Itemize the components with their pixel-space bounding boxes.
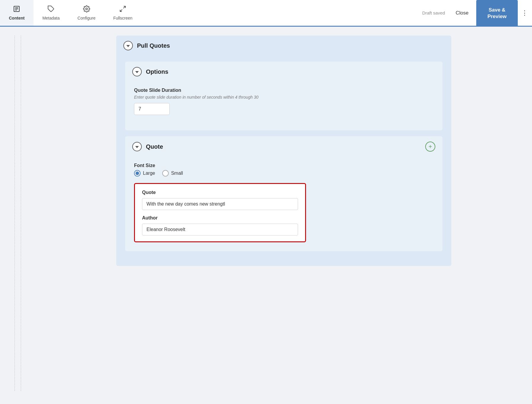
options-chevron bbox=[132, 67, 142, 76]
font-size-radio-group: Large Small bbox=[134, 170, 434, 177]
quote-slide-duration-label: Quote Slide Duration bbox=[134, 88, 434, 93]
quote-section: Quote + Font Size bbox=[125, 136, 442, 251]
quote-field-label: Quote bbox=[142, 190, 298, 195]
quote-section-header-left: Quote bbox=[132, 142, 163, 151]
toolbar: Content Metadata Configure bbox=[0, 0, 532, 27]
tab-fullscreen[interactable]: Fullscreen bbox=[104, 0, 141, 26]
quote-slide-duration-input[interactable] bbox=[134, 103, 170, 115]
tab-metadata-label: Metadata bbox=[42, 16, 60, 20]
options-section: Options Quote Slide Duration Enter quote… bbox=[125, 62, 442, 130]
quote-text-input[interactable] bbox=[142, 198, 298, 210]
main-content: Pull Quotes Options Quote Slide Duration bbox=[98, 27, 469, 391]
quote-section-body: Font Size Large Smal bbox=[125, 157, 442, 251]
options-body: Quote Slide Duration Enter quote slide d… bbox=[125, 82, 442, 130]
radio-large-outer bbox=[134, 170, 141, 177]
author-input[interactable] bbox=[142, 224, 298, 235]
add-quote-button[interactable]: + bbox=[425, 142, 435, 152]
radio-small-label: Small bbox=[171, 171, 183, 176]
tab-metadata[interactable]: Metadata bbox=[34, 0, 69, 26]
tab-configure[interactable]: Configure bbox=[69, 0, 104, 26]
radio-small[interactable]: Small bbox=[162, 170, 183, 177]
radio-large-label: Large bbox=[143, 171, 155, 176]
svg-line-6 bbox=[123, 6, 125, 8]
quote-slide-duration-hint: Enter quote slide duration in number of … bbox=[134, 95, 434, 100]
fullscreen-icon bbox=[119, 5, 126, 14]
author-field-label: Author bbox=[142, 215, 298, 221]
options-title: Options bbox=[146, 68, 168, 75]
font-size-label: Font Size bbox=[134, 163, 434, 168]
tab-content[interactable]: Content bbox=[0, 0, 34, 27]
metadata-icon bbox=[47, 5, 55, 14]
svg-point-5 bbox=[86, 8, 87, 10]
quote-card: Quote Author bbox=[134, 183, 306, 242]
tab-fullscreen-label: Fullscreen bbox=[113, 16, 133, 20]
quote-section-title: Quote bbox=[146, 143, 163, 150]
draft-status: Draft saved bbox=[422, 10, 445, 15]
sidebar-decoration bbox=[0, 27, 36, 391]
chevron-down-icon bbox=[126, 45, 130, 47]
pull-quotes-header[interactable]: Pull Quotes bbox=[116, 36, 451, 56]
options-chevron-down-icon bbox=[135, 71, 139, 73]
font-size-group: Font Size Large Smal bbox=[134, 163, 434, 177]
svg-line-7 bbox=[120, 9, 122, 12]
toolbar-right: Draft saved Close bbox=[422, 0, 476, 26]
radio-small-outer bbox=[162, 170, 169, 177]
pull-quotes-body: Options Quote Slide Duration Enter quote… bbox=[116, 56, 451, 266]
close-button[interactable]: Close bbox=[451, 8, 473, 18]
save-preview-button[interactable]: Save &Preview bbox=[476, 0, 518, 27]
quote-slide-duration-group: Quote Slide Duration Enter quote slide d… bbox=[134, 88, 434, 115]
configure-icon bbox=[83, 5, 90, 14]
content-icon bbox=[13, 5, 20, 14]
options-header[interactable]: Options bbox=[125, 62, 442, 82]
tab-content-label: Content bbox=[9, 16, 25, 20]
pull-quotes-title: Pull Quotes bbox=[137, 42, 170, 49]
quote-section-chevron bbox=[132, 142, 142, 151]
tab-configure-label: Configure bbox=[77, 16, 95, 20]
save-preview-label: Save &Preview bbox=[488, 7, 506, 19]
pull-quotes-chevron bbox=[123, 41, 133, 50]
quote-section-header[interactable]: Quote + bbox=[125, 136, 442, 157]
radio-large[interactable]: Large bbox=[134, 170, 155, 177]
pull-quotes-section: Pull Quotes Options Quote Slide Duration bbox=[116, 36, 451, 266]
more-options-button[interactable]: ⋮ bbox=[518, 0, 532, 26]
quote-chevron-down-icon bbox=[135, 146, 139, 148]
page-wrapper: Pull Quotes Options Quote Slide Duration bbox=[0, 27, 532, 391]
radio-large-inner bbox=[136, 171, 139, 175]
